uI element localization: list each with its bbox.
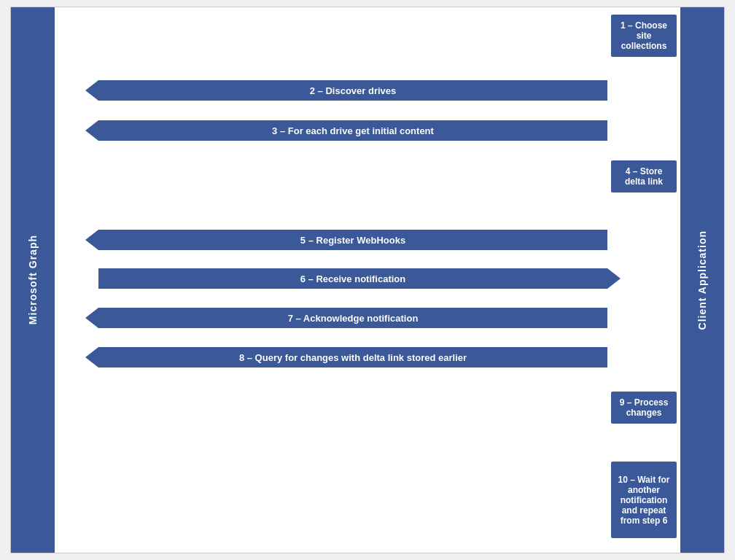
step1-box: 1 – Choose site collections xyxy=(611,15,677,57)
step6-label: 6 – Receive notification xyxy=(300,273,406,284)
step10-label: 10 – Wait for another notification and r… xyxy=(617,475,671,526)
step8-label: 8 – Query for changes with delta link st… xyxy=(239,352,467,363)
step3-label: 3 – For each drive get initial content xyxy=(272,125,434,136)
left-column: Microsoft Graph xyxy=(11,7,55,553)
left-column-label: Microsoft Graph xyxy=(27,235,39,324)
step8-arrow: 8 – Query for changes with delta link st… xyxy=(98,347,607,368)
step4-box: 4 – Store delta link xyxy=(611,160,677,192)
step2-label: 2 – Discover drives xyxy=(310,85,397,96)
step5-arrow: 5 – Register WebHooks xyxy=(98,230,607,250)
step5-label: 5 – Register WebHooks xyxy=(300,235,405,246)
step2-arrow: 2 – Discover drives xyxy=(98,80,607,101)
main-area: 1 – Choose site collections 2 – Discover… xyxy=(55,7,680,553)
step6-arrow: 6 – Receive notification xyxy=(98,268,607,289)
diagram-container: Microsoft Graph Client Application 1 – C… xyxy=(10,7,725,553)
step7-label: 7 – Acknowledge notification xyxy=(288,313,419,324)
step1-label: 1 – Choose site collections xyxy=(621,20,667,51)
step10-box: 10 – Wait for another notification and r… xyxy=(611,462,677,538)
step3-arrow: 3 – For each drive get initial content xyxy=(98,120,607,141)
step7-arrow: 7 – Acknowledge notification xyxy=(98,308,607,328)
right-column: Client Application xyxy=(680,7,724,553)
step9-label: 9 – Process changes xyxy=(620,397,669,418)
step9-box: 9 – Process changes xyxy=(611,392,677,424)
step4-label: 4 – Store delta link xyxy=(625,166,663,187)
right-column-label: Client Application xyxy=(696,230,708,330)
